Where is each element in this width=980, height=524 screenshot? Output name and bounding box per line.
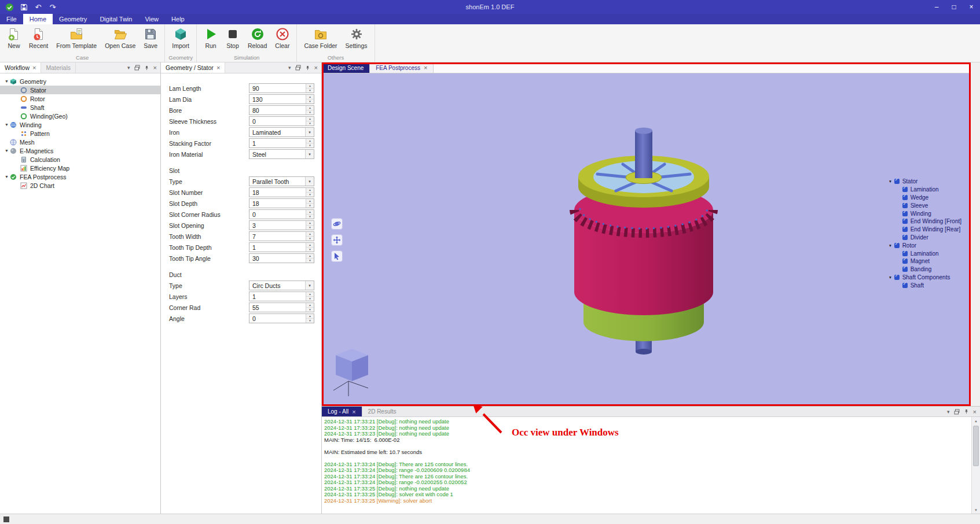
spin-down-icon[interactable]: ▼: [306, 215, 314, 219]
tree-item-pattern[interactable]: Pattern: [0, 129, 160, 138]
visibility-checkbox[interactable]: [894, 243, 900, 248]
pin-icon[interactable]: [144, 65, 149, 71]
type-select[interactable]: Circ Ducts▾: [249, 281, 314, 290]
menu-file[interactable]: File: [0, 14, 23, 24]
spin-up-icon[interactable]: ▲: [306, 139, 314, 143]
spin-down-icon[interactable]: ▼: [306, 204, 314, 208]
slot-corner-radius-input[interactable]: 0▲▼: [249, 209, 314, 219]
spin-down-icon[interactable]: ▼: [306, 308, 314, 312]
maximize-button[interactable]: □: [945, 0, 963, 14]
scroll-down-icon[interactable]: ▼: [972, 506, 980, 514]
close-panel-icon[interactable]: ×: [973, 408, 977, 415]
chevron-down-icon[interactable]: ▾: [127, 65, 130, 71]
scene-item-banding[interactable]: Banding: [889, 265, 961, 274]
spin-down-icon[interactable]: ▼: [306, 319, 314, 323]
tab-workflow[interactable]: Workflow ×: [0, 62, 41, 73]
visibility-checkbox[interactable]: [902, 235, 908, 240]
spin-up-icon[interactable]: ▲: [306, 221, 314, 226]
minimize-button[interactable]: –: [928, 0, 945, 14]
lam-length-input[interactable]: 90▲▼: [249, 83, 314, 93]
menu-home[interactable]: Home: [23, 14, 53, 24]
iron-select[interactable]: Laminated▾: [249, 127, 314, 137]
tree-item-2d-chart[interactable]: 2D Chart: [0, 181, 160, 190]
stacking-factor-input[interactable]: 1▲▼: [249, 138, 314, 148]
spin-up-icon[interactable]: ▲: [306, 188, 314, 193]
tree-item-winding-geo[interactable]: Winding(Geo): [0, 112, 160, 120]
orbit-tool-button[interactable]: [331, 218, 343, 230]
corner-rad-input[interactable]: 55▲▼: [249, 302, 314, 312]
float-window-icon[interactable]: [295, 65, 301, 71]
spin-down-icon[interactable]: ▼: [306, 143, 314, 147]
ribbon-button-from-template[interactable]: From Template: [53, 25, 100, 50]
type-select[interactable]: Parallel Tooth▾: [249, 176, 314, 186]
pin-icon[interactable]: [305, 65, 310, 71]
spin-up-icon[interactable]: ▲: [306, 292, 314, 297]
redo-icon[interactable]: ↷: [48, 2, 57, 12]
pan-tool-button[interactable]: [331, 234, 343, 246]
tooth-width-input[interactable]: 7▲▼: [249, 231, 314, 241]
spin-up-icon[interactable]: ▲: [306, 303, 314, 308]
tree-item-e-magnetics[interactable]: ▼E-Magnetics: [0, 146, 160, 155]
tooth-tip-angle-input[interactable]: 30▲▼: [249, 253, 314, 263]
select-tool-button[interactable]: [331, 250, 343, 262]
tree-item-geometry[interactable]: ▼Geometry: [0, 77, 160, 86]
slot-number-input[interactable]: 18▲▼: [249, 187, 314, 197]
visibility-checkbox[interactable]: [902, 195, 908, 200]
close-tab-icon[interactable]: ×: [424, 64, 427, 71]
close-panel-icon[interactable]: ×: [153, 64, 157, 71]
expander-icon[interactable]: ▼: [889, 179, 894, 183]
spin-up-icon[interactable]: ▲: [306, 254, 314, 259]
ribbon-button-open-case[interactable]: Open Case: [101, 25, 139, 50]
tree-item-rotor[interactable]: Rotor: [0, 94, 160, 103]
float-window-icon[interactable]: [954, 409, 960, 415]
spin-up-icon[interactable]: ▲: [306, 232, 314, 237]
visibility-checkbox[interactable]: [902, 267, 908, 272]
scene-item-stator[interactable]: ▼Stator: [889, 178, 961, 186]
visibility-checkbox[interactable]: [894, 275, 900, 280]
tree-item-shaft[interactable]: Shaft: [0, 103, 160, 112]
lam-dia-input[interactable]: 130▲▼: [249, 94, 314, 104]
tab-geometry-stator[interactable]: Geometry / Stator ×: [161, 62, 225, 73]
scene-item-lamination[interactable]: Lamination: [889, 249, 961, 257]
tooth-tip-depth-input[interactable]: 1▲▼: [249, 242, 314, 252]
tree-item-winding[interactable]: ▼Winding: [0, 120, 160, 129]
scene-item-end-winding-front[interactable]: End Winding [Front]: [889, 217, 961, 226]
spin-up-icon[interactable]: ▲: [306, 314, 314, 319]
slot-opening-input[interactable]: 3▲▼: [249, 220, 314, 230]
spin-down-icon[interactable]: ▼: [306, 88, 314, 93]
ribbon-button-settings[interactable]: Settings: [342, 25, 371, 50]
tree-item-calculation[interactable]: Calculation: [0, 155, 160, 164]
iron-material-select[interactable]: Steel▾: [249, 149, 314, 159]
bore-input[interactable]: 80▲▼: [249, 105, 314, 115]
expander-icon[interactable]: ▼: [3, 149, 10, 153]
scene-item-divider[interactable]: Divider: [889, 234, 961, 242]
spin-down-icon[interactable]: ▼: [306, 121, 314, 126]
scene-item-magnet[interactable]: Magnet: [889, 257, 961, 265]
spin-down-icon[interactable]: ▼: [306, 110, 314, 115]
close-tab-icon[interactable]: ×: [352, 408, 355, 415]
visibility-checkbox[interactable]: [902, 251, 908, 256]
undo-icon[interactable]: ↶: [34, 2, 43, 12]
scene-item-shaft[interactable]: Shaft: [889, 281, 961, 289]
ribbon-button-clear[interactable]: Clear: [271, 25, 293, 50]
expander-icon[interactable]: ▼: [3, 123, 10, 127]
close-tab-icon[interactable]: ×: [216, 64, 220, 71]
close-panel-icon[interactable]: ×: [314, 64, 318, 71]
spin-down-icon[interactable]: ▼: [306, 248, 314, 252]
spin-up-icon[interactable]: ▲: [306, 210, 314, 215]
quick-save-icon[interactable]: [19, 2, 28, 12]
sleeve-thickness-input[interactable]: 0▲▼: [249, 116, 314, 126]
visibility-checkbox[interactable]: [902, 187, 908, 192]
menu-help[interactable]: Help: [165, 14, 191, 24]
spin-down-icon[interactable]: ▼: [306, 193, 314, 197]
tab-design-scene[interactable]: Design Scene: [322, 62, 370, 73]
visibility-checkbox[interactable]: [902, 211, 908, 216]
expander-icon[interactable]: ▼: [3, 79, 10, 83]
tab-log-all[interactable]: Log - All ×: [322, 407, 362, 416]
scene-item-lamination[interactable]: Lamination: [889, 186, 961, 194]
tab-2d-results[interactable]: 2D Results: [362, 407, 402, 416]
tree-item-mesh[interactable]: Mesh: [0, 138, 160, 146]
expander-icon[interactable]: ▼: [3, 175, 10, 179]
scene-item-wedge[interactable]: Wedge: [889, 194, 961, 202]
spin-up-icon[interactable]: ▲: [306, 117, 314, 121]
